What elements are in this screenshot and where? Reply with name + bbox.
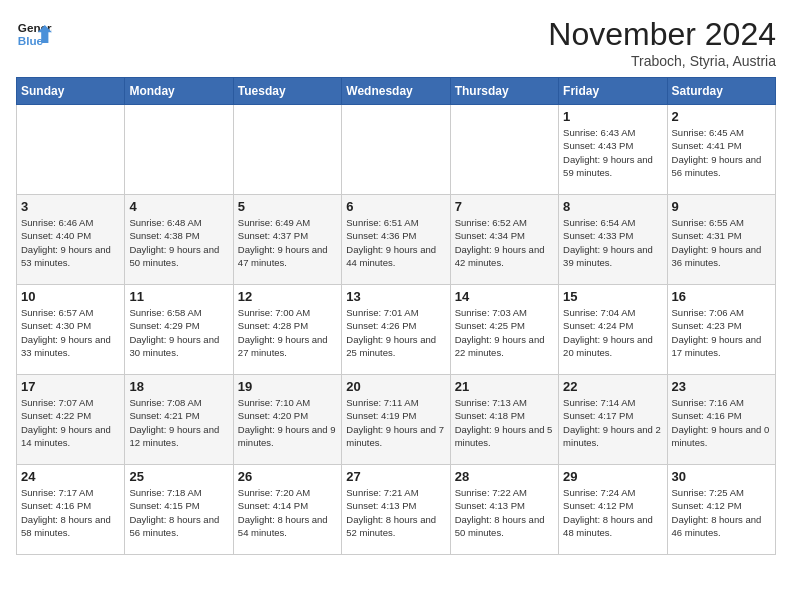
day-number: 12 [238,289,337,304]
calendar-table: SundayMondayTuesdayWednesdayThursdayFrid… [16,77,776,555]
calendar-week-row: 1Sunrise: 6:43 AM Sunset: 4:43 PM Daylig… [17,105,776,195]
logo-icon: General Blue [16,16,52,52]
day-number: 23 [672,379,771,394]
day-info: Sunrise: 7:25 AM Sunset: 4:12 PM Dayligh… [672,486,771,539]
day-number: 26 [238,469,337,484]
calendar-day-cell: 23Sunrise: 7:16 AM Sunset: 4:16 PM Dayli… [667,375,775,465]
day-info: Sunrise: 7:17 AM Sunset: 4:16 PM Dayligh… [21,486,120,539]
day-number: 14 [455,289,554,304]
day-of-week-header: Friday [559,78,667,105]
day-info: Sunrise: 7:22 AM Sunset: 4:13 PM Dayligh… [455,486,554,539]
day-info: Sunrise: 7:21 AM Sunset: 4:13 PM Dayligh… [346,486,445,539]
calendar-day-cell [450,105,558,195]
calendar-day-cell [125,105,233,195]
day-number: 27 [346,469,445,484]
day-info: Sunrise: 7:11 AM Sunset: 4:19 PM Dayligh… [346,396,445,449]
logo: General Blue [16,16,52,52]
day-number: 30 [672,469,771,484]
day-number: 21 [455,379,554,394]
day-info: Sunrise: 7:04 AM Sunset: 4:24 PM Dayligh… [563,306,662,359]
calendar-day-cell: 29Sunrise: 7:24 AM Sunset: 4:12 PM Dayli… [559,465,667,555]
day-info: Sunrise: 6:58 AM Sunset: 4:29 PM Dayligh… [129,306,228,359]
day-info: Sunrise: 6:54 AM Sunset: 4:33 PM Dayligh… [563,216,662,269]
day-info: Sunrise: 7:08 AM Sunset: 4:21 PM Dayligh… [129,396,228,449]
day-number: 16 [672,289,771,304]
calendar-day-cell: 8Sunrise: 6:54 AM Sunset: 4:33 PM Daylig… [559,195,667,285]
day-number: 29 [563,469,662,484]
day-number: 2 [672,109,771,124]
day-info: Sunrise: 7:00 AM Sunset: 4:28 PM Dayligh… [238,306,337,359]
day-of-week-header: Saturday [667,78,775,105]
day-number: 3 [21,199,120,214]
calendar-week-row: 3Sunrise: 6:46 AM Sunset: 4:40 PM Daylig… [17,195,776,285]
day-number: 18 [129,379,228,394]
calendar-day-cell: 17Sunrise: 7:07 AM Sunset: 4:22 PM Dayli… [17,375,125,465]
calendar-day-cell: 11Sunrise: 6:58 AM Sunset: 4:29 PM Dayli… [125,285,233,375]
calendar-week-row: 24Sunrise: 7:17 AM Sunset: 4:16 PM Dayli… [17,465,776,555]
day-number: 13 [346,289,445,304]
calendar-day-cell: 26Sunrise: 7:20 AM Sunset: 4:14 PM Dayli… [233,465,341,555]
day-info: Sunrise: 6:55 AM Sunset: 4:31 PM Dayligh… [672,216,771,269]
calendar-day-cell: 2Sunrise: 6:45 AM Sunset: 4:41 PM Daylig… [667,105,775,195]
day-number: 4 [129,199,228,214]
calendar-day-cell: 10Sunrise: 6:57 AM Sunset: 4:30 PM Dayli… [17,285,125,375]
day-info: Sunrise: 6:49 AM Sunset: 4:37 PM Dayligh… [238,216,337,269]
day-info: Sunrise: 6:45 AM Sunset: 4:41 PM Dayligh… [672,126,771,179]
day-number: 10 [21,289,120,304]
location-subtitle: Traboch, Styria, Austria [548,53,776,69]
calendar-day-cell: 13Sunrise: 7:01 AM Sunset: 4:26 PM Dayli… [342,285,450,375]
calendar-day-cell: 12Sunrise: 7:00 AM Sunset: 4:28 PM Dayli… [233,285,341,375]
day-info: Sunrise: 7:14 AM Sunset: 4:17 PM Dayligh… [563,396,662,449]
calendar-day-cell: 25Sunrise: 7:18 AM Sunset: 4:15 PM Dayli… [125,465,233,555]
calendar-day-cell: 30Sunrise: 7:25 AM Sunset: 4:12 PM Dayli… [667,465,775,555]
day-number: 28 [455,469,554,484]
calendar-day-cell: 27Sunrise: 7:21 AM Sunset: 4:13 PM Dayli… [342,465,450,555]
calendar-day-cell: 24Sunrise: 7:17 AM Sunset: 4:16 PM Dayli… [17,465,125,555]
calendar-day-cell: 16Sunrise: 7:06 AM Sunset: 4:23 PM Dayli… [667,285,775,375]
day-number: 22 [563,379,662,394]
calendar-day-cell: 18Sunrise: 7:08 AM Sunset: 4:21 PM Dayli… [125,375,233,465]
day-number: 6 [346,199,445,214]
day-number: 11 [129,289,228,304]
day-info: Sunrise: 7:20 AM Sunset: 4:14 PM Dayligh… [238,486,337,539]
day-number: 1 [563,109,662,124]
day-number: 17 [21,379,120,394]
calendar-day-cell: 22Sunrise: 7:14 AM Sunset: 4:17 PM Dayli… [559,375,667,465]
day-of-week-header: Sunday [17,78,125,105]
day-info: Sunrise: 7:06 AM Sunset: 4:23 PM Dayligh… [672,306,771,359]
day-info: Sunrise: 7:18 AM Sunset: 4:15 PM Dayligh… [129,486,228,539]
day-number: 25 [129,469,228,484]
day-number: 24 [21,469,120,484]
svg-text:Blue: Blue [18,34,44,47]
calendar-day-cell: 5Sunrise: 6:49 AM Sunset: 4:37 PM Daylig… [233,195,341,285]
day-number: 7 [455,199,554,214]
day-info: Sunrise: 7:16 AM Sunset: 4:16 PM Dayligh… [672,396,771,449]
calendar-day-cell [17,105,125,195]
calendar-week-row: 17Sunrise: 7:07 AM Sunset: 4:22 PM Dayli… [17,375,776,465]
day-number: 19 [238,379,337,394]
calendar-day-cell: 14Sunrise: 7:03 AM Sunset: 4:25 PM Dayli… [450,285,558,375]
day-info: Sunrise: 6:48 AM Sunset: 4:38 PM Dayligh… [129,216,228,269]
day-info: Sunrise: 7:01 AM Sunset: 4:26 PM Dayligh… [346,306,445,359]
day-of-week-header: Monday [125,78,233,105]
month-title: November 2024 [548,16,776,53]
day-of-week-header: Thursday [450,78,558,105]
day-info: Sunrise: 6:46 AM Sunset: 4:40 PM Dayligh… [21,216,120,269]
calendar-day-cell: 6Sunrise: 6:51 AM Sunset: 4:36 PM Daylig… [342,195,450,285]
page-header: General Blue November 2024 Traboch, Styr… [16,16,776,69]
day-info: Sunrise: 7:24 AM Sunset: 4:12 PM Dayligh… [563,486,662,539]
day-of-week-header: Wednesday [342,78,450,105]
calendar-day-cell [233,105,341,195]
calendar-day-cell: 28Sunrise: 7:22 AM Sunset: 4:13 PM Dayli… [450,465,558,555]
calendar-day-cell: 15Sunrise: 7:04 AM Sunset: 4:24 PM Dayli… [559,285,667,375]
calendar-day-cell: 4Sunrise: 6:48 AM Sunset: 4:38 PM Daylig… [125,195,233,285]
day-number: 8 [563,199,662,214]
day-number: 20 [346,379,445,394]
day-info: Sunrise: 7:07 AM Sunset: 4:22 PM Dayligh… [21,396,120,449]
calendar-day-cell: 7Sunrise: 6:52 AM Sunset: 4:34 PM Daylig… [450,195,558,285]
calendar-header-row: SundayMondayTuesdayWednesdayThursdayFrid… [17,78,776,105]
calendar-day-cell: 9Sunrise: 6:55 AM Sunset: 4:31 PM Daylig… [667,195,775,285]
calendar-week-row: 10Sunrise: 6:57 AM Sunset: 4:30 PM Dayli… [17,285,776,375]
calendar-day-cell: 3Sunrise: 6:46 AM Sunset: 4:40 PM Daylig… [17,195,125,285]
day-info: Sunrise: 6:43 AM Sunset: 4:43 PM Dayligh… [563,126,662,179]
